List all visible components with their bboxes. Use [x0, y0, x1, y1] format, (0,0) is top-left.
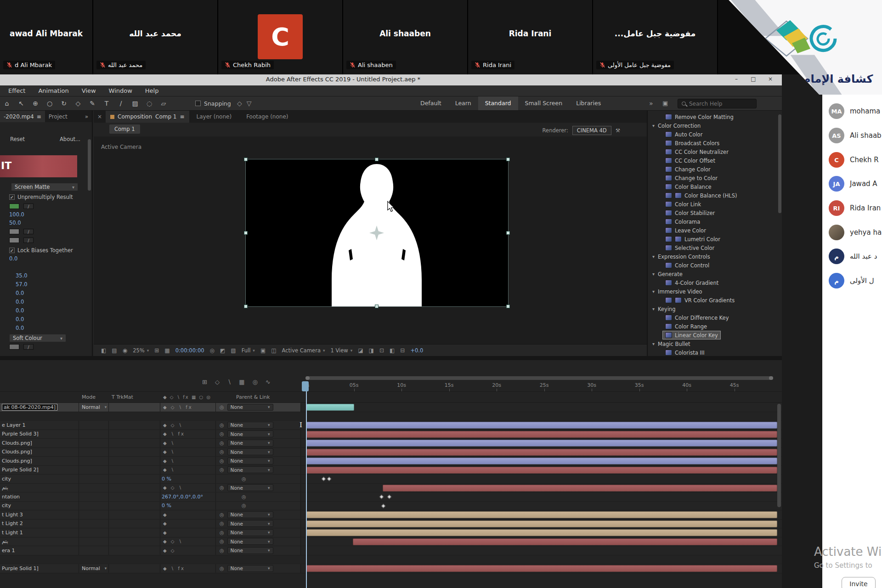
selection-handle[interactable] [244, 158, 248, 161]
composition-viewport[interactable]: Active Camera [94, 136, 647, 344]
layer-duration-bar[interactable] [306, 520, 777, 527]
snapping-toggle[interactable]: Snapping [195, 96, 231, 110]
menu-view[interactable]: View [82, 87, 96, 94]
selection-handle[interactable] [244, 231, 248, 235]
view-icon-c1[interactable]: ◩ [220, 347, 225, 354]
layer-duration-bar[interactable] [306, 511, 777, 518]
view-icon-b0[interactable]: ⊞ [154, 347, 159, 354]
snap-option-1-icon[interactable]: ▽ [247, 100, 252, 107]
parent-dropdown[interactable]: None▾ [227, 538, 273, 545]
property-value-cell[interactable]: 0 % [160, 475, 216, 483]
property-value-cell[interactable]: 267.0°,0.0°,0.0° [160, 492, 216, 501]
timeline-toggle-2-icon[interactable]: ∖ [227, 379, 231, 385]
tool-7-icon[interactable]: T [102, 100, 111, 107]
layer-duration-bar[interactable] [306, 529, 777, 536]
timeline-toggle-4-icon[interactable]: ◎ [252, 379, 257, 385]
pickwhip-icon[interactable]: ◎ [220, 538, 224, 544]
fx-category-generate[interactable]: ▾Generate [649, 270, 782, 278]
current-time-indicator-head[interactable] [302, 381, 309, 391]
color-swatch[interactable] [9, 204, 19, 209]
timeline-layer-row[interactable]: t Light 2◆◎None▾ [0, 520, 782, 529]
timeline-layer-row[interactable]: e Layer 1◆ ◇ ∖◎None▾ [0, 421, 782, 430]
participant-row-chekh-r[interactable]: CChekh R [829, 152, 879, 168]
layer-name[interactable]: era 1 [0, 546, 79, 555]
color-swatch[interactable] [9, 229, 19, 234]
effect-param-value[interactable]: 0.0 [16, 290, 24, 296]
view-icon-e3[interactable]: ◧ [390, 347, 395, 354]
timeline-toggle-3-icon[interactable]: ▦ [239, 379, 244, 385]
fx-effect-vr-color-gradients[interactable]: VR Color Gradients [649, 296, 782, 305]
participant-row-jawad-a[interactable]: JAJawad A [829, 176, 877, 192]
keyframe-diamond[interactable] [381, 503, 386, 508]
participant-tile-محمد-عبد-الله[interactable]: محمد عبد اللهمحمد عبد الله [93, 0, 218, 74]
layer-track[interactable] [301, 430, 782, 439]
fx-effect-auto-color[interactable]: Auto Color [649, 130, 782, 139]
layer-track[interactable] [301, 492, 782, 501]
selection-handle[interactable] [506, 231, 510, 235]
layer-duration-bar[interactable] [306, 440, 777, 447]
workspace-tab-default[interactable]: Default [413, 96, 448, 110]
layer-name[interactable]: بتم [0, 537, 79, 546]
layer-duration-bar[interactable] [306, 422, 777, 429]
timeline-layer-row[interactable]: era 1◆ ◇◎None▾ [0, 546, 782, 555]
timeline-toggle-0-icon[interactable]: ⊞ [202, 379, 207, 385]
pickwhip-icon[interactable]: ◎ [220, 548, 224, 554]
header-parent-link[interactable]: Parent & Link [216, 394, 301, 400]
timeline-layer-row[interactable]: Purple Solid 1]Normal▾◆ ∖ fx◎None▾ [0, 564, 782, 573]
pickwhip-icon[interactable]: ◎ [220, 520, 224, 526]
timeline-property-row[interactable]: ntation267.0°,0.0°,0.0°◎ [0, 492, 782, 502]
timeline-layer-row[interactable]: Clouds.png]◆ ∖◎None▾ [0, 448, 782, 457]
layer-track[interactable] [301, 448, 782, 457]
layer-duration-bar[interactable] [306, 467, 777, 474]
scrollbar-thumb[interactable] [778, 114, 781, 213]
close-tab-icon[interactable]: × [94, 111, 106, 123]
eyedropper-icon[interactable]: ∕ [23, 229, 34, 234]
participant-tile-ali-shaaben[interactable]: Ali shaabenAli shaaben [343, 0, 468, 74]
layer-track[interactable] [301, 510, 782, 519]
layer-name[interactable]: Clouds.png] [0, 439, 79, 447]
fx-effect-leave-color[interactable]: Leave Color [649, 226, 782, 235]
tool-4-icon[interactable]: ↻ [60, 100, 68, 107]
layer-duration-bar[interactable] [353, 538, 777, 545]
menu-window[interactable]: Window [109, 87, 132, 94]
effect-param-value[interactable]: 0.0 [16, 307, 24, 314]
layer-track[interactable] [301, 564, 782, 573]
timeline-layer-row[interactable]: بتم◆ ◇ ∖◎None▾ [0, 484, 782, 493]
layer-name[interactable]: city [0, 502, 79, 510]
layer-track[interactable] [301, 439, 782, 447]
pickwhip-icon[interactable]: ◎ [220, 565, 224, 571]
timeline-layer-row[interactable]: ak 08-06-2020.mp4]Normal▾◆ ◇ ∖ fx◎None▾ [0, 403, 782, 412]
pickwhip-icon[interactable]: ◎ [242, 476, 246, 482]
layer-track[interactable] [301, 466, 782, 475]
keyframe-diamond[interactable] [321, 477, 326, 481]
fx-effect-cc-color-neutralizer[interactable]: CC Color Neutralizer [649, 147, 782, 156]
menu-animation[interactable]: Animation [38, 87, 68, 94]
property-value-text[interactable]: 0 % [160, 503, 171, 509]
maximize-button[interactable]: □ [746, 76, 760, 82]
camera-view-dropdown[interactable]: Active Camera▾ [282, 347, 325, 354]
tool-10-icon[interactable]: ◌ [145, 100, 153, 107]
eyedropper-icon[interactable]: ∕ [23, 204, 34, 209]
fx-effect-colorista-iii[interactable]: Colorista III [649, 348, 782, 356]
fx-effect-linear-color-key[interactable]: Linear Color Key [649, 331, 782, 339]
resolution-dropdown[interactable]: Full▾ [242, 347, 255, 354]
composition-frame[interactable] [246, 159, 508, 306]
participant-tile-chekh-rabih[interactable]: CChekh Rabih [218, 0, 343, 74]
tool-8-icon[interactable]: ∕ [117, 100, 125, 107]
fx-category-expression-controls[interactable]: ▾Expression Controls [649, 252, 782, 261]
timeline-layer-row[interactable]: Purple Solid 3]◆ ∖ fx◎None▾ [0, 430, 782, 439]
pickwhip-icon[interactable]: ◎ [220, 440, 224, 446]
tool-6-icon[interactable]: ✎ [88, 100, 96, 107]
participant-tile-مفوضية-جبل-عامل-الأولى[interactable]: مفوضية جبل عامل...مفوضية جبل عامل الأولى [593, 0, 718, 74]
layer-name[interactable]: t Light 3 [0, 510, 79, 519]
layer-name[interactable]: Clouds.png] [0, 448, 79, 457]
layer-name[interactable]: بتم [0, 484, 79, 492]
workspace-overflow-icon[interactable]: » [649, 100, 653, 107]
layer-mode-dropdown[interactable]: Normal▾ [79, 564, 109, 573]
parent-dropdown[interactable]: None▾ [227, 430, 273, 437]
tool-2-icon[interactable]: ⊕ [31, 100, 40, 107]
effect-param-value[interactable]: 50.0 [9, 220, 21, 226]
tool-11-icon[interactable]: ▱ [159, 100, 168, 107]
search-help-box[interactable] [678, 99, 757, 108]
header-trkmat[interactable]: T TrkMat [109, 394, 160, 400]
